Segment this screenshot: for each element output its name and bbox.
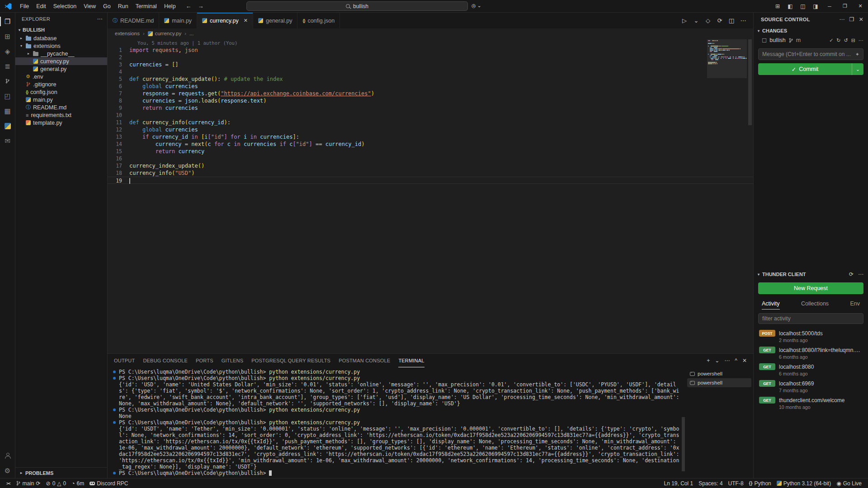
panel-tab-gitlens[interactable]: GITLENS [222, 354, 243, 367]
tc-tab-collections[interactable]: Collections [801, 298, 829, 310]
menu-terminal[interactable]: Terminal [132, 2, 160, 11]
sparkle-icon[interactable]: ✦ [855, 52, 859, 57]
menu-help[interactable]: Help [160, 2, 179, 11]
problems-section-header[interactable]: ▸ PROBLEMS [15, 467, 107, 478]
remote-indicator[interactable]: >< [4, 479, 13, 488]
repo-row[interactable]: ☐bullishm✓↻↺⊟⋯ [754, 35, 868, 45]
tree-item-currency.py[interactable]: currency.py [15, 57, 107, 65]
tree-item-config.json[interactable]: {}config.json [15, 88, 107, 96]
more-actions-icon[interactable]: ⋯ [724, 357, 730, 364]
run-python-file-button[interactable]: ▷ [679, 15, 690, 26]
panel-tab-terminal[interactable]: TERMINAL [398, 354, 424, 367]
timer-item[interactable]: ◔6m [69, 479, 87, 488]
settings-gear-icon[interactable]: ⚙ [0, 463, 15, 478]
go-live-item[interactable]: ◉Go Live [834, 479, 864, 488]
toggle-primary-sidebar-icon[interactable]: ◧ [784, 1, 797, 12]
tree-item-README.md[interactable]: ⓘREADME.md [15, 103, 107, 111]
accounts-icon[interactable] [0, 448, 15, 463]
tree-item-database[interactable]: ▸database [15, 34, 107, 42]
menu-selection[interactable]: Selection [50, 2, 80, 11]
database-icon[interactable]: ≣ [0, 59, 15, 74]
language-mode-item[interactable]: {}Python [746, 479, 774, 488]
stash-icon[interactable]: ⊟ [851, 38, 855, 43]
close-panel-icon[interactable]: ✕ [742, 357, 747, 364]
thunder-client-header[interactable]: ▾ THUNDER CLIENT ⟳⋯ [754, 269, 868, 280]
tab-general.py[interactable]: general.py [253, 13, 297, 28]
commit-dropdown-chevron[interactable]: ⌄ [852, 63, 863, 75]
menu-file[interactable]: File [16, 2, 33, 11]
tree-item-main.py[interactable]: main.py [15, 96, 107, 103]
refresh-icon[interactable]: ↻ [836, 38, 840, 43]
repo-checkbox[interactable]: ☐ [762, 37, 767, 44]
indentation-item[interactable]: Spaces: 4 [696, 479, 725, 488]
panel-tab-postgresql-query-results[interactable]: POSTGRESQL QUERY RESULTS [251, 354, 330, 367]
copilot-icon[interactable]: ◎ [472, 3, 476, 9]
restart-icon[interactable]: ⟳ [714, 15, 725, 26]
tc-tab-env[interactable]: Env [850, 298, 860, 310]
terminal-scrollbar[interactable] [682, 417, 685, 471]
docker-icon[interactable]: ◰ [0, 89, 15, 103]
new-terminal-icon[interactable]: + [707, 357, 710, 364]
close-tab-icon[interactable]: ✕ [244, 18, 248, 23]
toggle-secondary-sidebar-icon[interactable]: ◨ [809, 1, 822, 12]
history-item[interactable]: POSTlocalhost:5000/tds2 months ago [754, 328, 868, 344]
breadcrumb-item[interactable]: currency.py [148, 31, 182, 36]
tab-main.py[interactable]: main.py [159, 13, 197, 28]
history-item[interactable]: GETthunderclient.com/welcome10 months ag… [754, 394, 868, 411]
tree-item-general.py[interactable]: general.py [15, 65, 107, 73]
panel-tab-postman-console[interactable]: POSTMAN CONSOLE [339, 354, 390, 367]
more-actions-icon[interactable]: ⋯ [858, 271, 863, 277]
more-actions-icon[interactable]: ⋯ [839, 16, 844, 23]
encoding-item[interactable]: UTF-8 [726, 479, 746, 488]
discard-icon[interactable]: ↺ [844, 38, 848, 43]
commit-check-icon[interactable]: ✓ [829, 38, 833, 43]
minimap-slider[interactable] [707, 39, 747, 78]
explorer-icon[interactable]: ❐ [0, 14, 15, 29]
customize-layout-icon[interactable]: ⊞ [771, 1, 784, 12]
maximize-section-icon[interactable]: ❐ [849, 16, 854, 23]
problems-item[interactable]: ⊘0△0 [43, 479, 69, 488]
compare-icon[interactable]: ◇ [703, 15, 713, 26]
tree-item-requirements.txt[interactable]: ≡requirements.txt [15, 111, 107, 119]
changes-section-header[interactable]: ▾ CHANGES [754, 26, 868, 35]
panel-tab-debug-console[interactable]: DEBUG CONSOLE [143, 354, 188, 367]
terminal-instance[interactable]: powershell [687, 369, 751, 378]
refresh-icon[interactable]: ⟳ [849, 271, 854, 277]
run-dropdown-chevron-icon[interactable]: ⌄ [691, 15, 702, 26]
more-actions-icon[interactable]: ⋯ [738, 15, 749, 26]
close-button[interactable]: ✕ [853, 0, 868, 13]
terminal-instance[interactable]: powershell [687, 378, 751, 387]
menu-view[interactable]: View [80, 2, 99, 11]
minimap[interactable] [707, 40, 747, 66]
split-editor-icon[interactable]: ◫ [726, 15, 737, 26]
tab-currency.py[interactable]: currency.py✕ [197, 13, 253, 28]
forward-button[interactable]: → [198, 3, 204, 9]
python-extension-icon[interactable] [0, 118, 15, 133]
terminal-dropdown-icon[interactable]: ⌄ [715, 357, 719, 364]
close-section-icon[interactable]: ✕ [859, 16, 863, 23]
more-actions-icon[interactable]: ⋯ [97, 16, 103, 22]
back-button[interactable]: ← [186, 3, 192, 9]
panel-tab-ports[interactable]: PORTS [196, 354, 213, 367]
tree-item-extensions[interactable]: ▾extensions [15, 42, 107, 50]
tab-README.md[interactable]: ⓘREADME.md [108, 13, 159, 28]
tree-item-__pycache__[interactable]: ▸__pycache__ [15, 50, 107, 57]
python-interpreter-item[interactable]: Python 3.12 (64-bit) [774, 479, 834, 488]
terminal[interactable]: PS C:\Users\luqma\OneDrive\Code\python\b… [108, 367, 685, 478]
maximize-panel-icon[interactable]: ^ [735, 357, 737, 364]
minimize-button[interactable]: ─ [822, 0, 837, 13]
chat-icon[interactable]: ✉ [0, 133, 15, 148]
tree-item-template.py[interactable]: template.py [15, 119, 107, 127]
filter-activity-input[interactable] [762, 315, 859, 322]
menu-go[interactable]: Go [99, 2, 114, 11]
commit-button[interactable]: ✓ Commit ⌄ [758, 63, 863, 75]
media-icon[interactable]: ▦ [0, 103, 15, 118]
more-actions-icon[interactable]: ⋯ [859, 38, 863, 43]
breadcrumb-item[interactable]: ... [189, 31, 194, 36]
explorer-section-bullish[interactable]: ▾ BULLISH [15, 25, 107, 34]
tc-tab-activity[interactable]: Activity [762, 298, 780, 310]
extensions-icon[interactable]: ⊞ [0, 29, 15, 44]
history-item[interactable]: GETlocalhost:80806 months ago [754, 361, 868, 378]
tree-item-.env[interactable]: ⚙.env [15, 73, 107, 80]
new-request-button[interactable]: New Request [758, 282, 863, 294]
